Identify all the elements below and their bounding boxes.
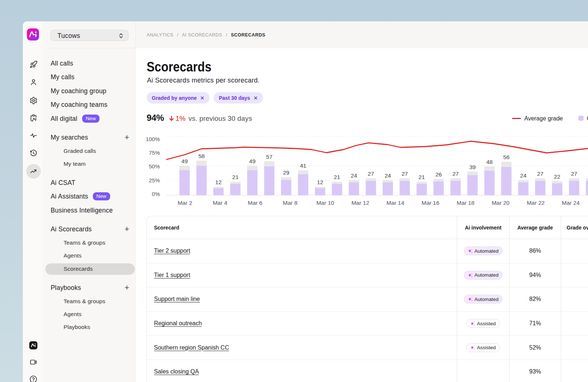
svg-text:21: 21 (334, 174, 340, 180)
svg-text:25%: 25% (149, 177, 160, 183)
svg-text:56: 56 (503, 154, 510, 160)
svg-text:27: 27 (537, 171, 543, 177)
svg-text:57: 57 (266, 154, 272, 160)
svg-text:27: 27 (452, 171, 459, 177)
svg-text:21: 21 (232, 174, 238, 180)
svg-text:Mar 12: Mar 12 (351, 200, 369, 206)
svg-text:49: 49 (181, 158, 188, 164)
svg-text:Mar 10: Mar 10 (316, 200, 335, 206)
svg-text:75%: 75% (149, 150, 160, 156)
svg-text:Mar 14: Mar 14 (386, 200, 405, 206)
svg-text:48: 48 (486, 159, 493, 165)
svg-text:0%: 0% (152, 191, 160, 197)
svg-text:21: 21 (419, 174, 425, 180)
svg-text:58: 58 (198, 153, 204, 159)
svg-text:Mar 16: Mar 16 (421, 200, 439, 206)
svg-text:24: 24 (351, 172, 357, 179)
svg-text:Mar 6: Mar 6 (248, 200, 263, 206)
svg-text:22: 22 (554, 174, 560, 180)
svg-text:49: 49 (249, 158, 255, 164)
svg-text:26: 26 (435, 171, 442, 178)
svg-text:Mar 24: Mar 24 (562, 200, 580, 206)
svg-text:24: 24 (385, 172, 391, 179)
svg-text:Mar 4: Mar 4 (213, 200, 227, 206)
svg-text:12: 12 (215, 179, 221, 185)
svg-text:24: 24 (520, 172, 527, 179)
svg-text:29: 29 (283, 169, 289, 176)
svg-text:12: 12 (317, 179, 323, 185)
svg-text:27: 27 (368, 171, 374, 177)
svg-text:Mar 18: Mar 18 (456, 200, 474, 206)
svg-text:Mar 22: Mar 22 (527, 200, 545, 206)
svg-text:41: 41 (300, 162, 306, 169)
svg-text:27: 27 (402, 171, 408, 177)
svg-text:39: 39 (469, 164, 476, 170)
svg-text:Mar 8: Mar 8 (283, 200, 298, 206)
svg-text:50%: 50% (149, 163, 160, 169)
svg-text:27: 27 (571, 171, 577, 177)
svg-text:Mar 20: Mar 20 (492, 200, 510, 206)
svg-text:Mar 2: Mar 2 (178, 200, 192, 206)
svg-text:100%: 100% (146, 136, 160, 142)
